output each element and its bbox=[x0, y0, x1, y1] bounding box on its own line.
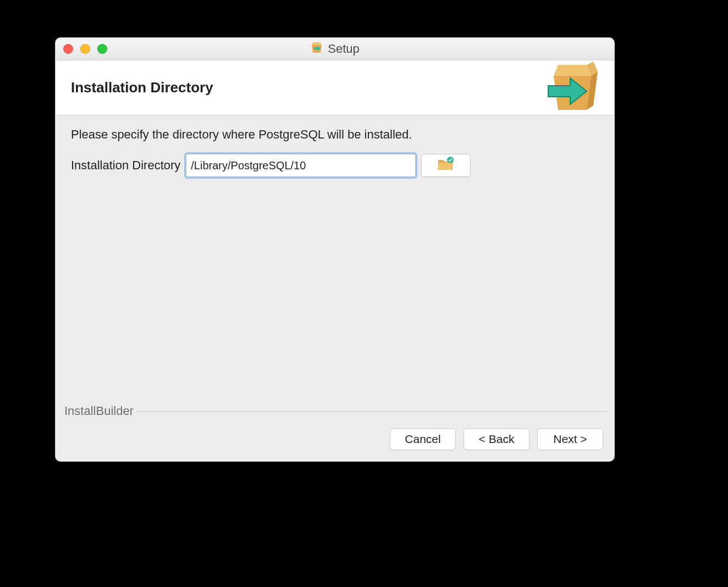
setup-window: Setup Installation Directory Please spec… bbox=[55, 37, 615, 462]
box-arrow-large-icon bbox=[544, 60, 599, 115]
back-button[interactable]: < Back bbox=[464, 428, 530, 450]
zoom-window-button[interactable] bbox=[97, 44, 107, 54]
minimize-window-button[interactable] bbox=[80, 44, 90, 54]
cancel-button[interactable]: Cancel bbox=[390, 428, 456, 450]
footer-divider bbox=[62, 411, 608, 412]
button-row: Cancel < Back Next > bbox=[390, 428, 603, 450]
directory-label: Installation Directory bbox=[71, 158, 180, 173]
folder-open-icon bbox=[437, 157, 455, 174]
svg-marker-4 bbox=[554, 65, 591, 76]
next-button[interactable]: Next > bbox=[537, 428, 603, 450]
header-band: Installation Directory bbox=[56, 60, 614, 115]
directory-row: Installation Directory bbox=[71, 154, 599, 177]
title-group: Setup bbox=[310, 41, 360, 57]
close-window-button[interactable] bbox=[63, 44, 73, 54]
window-controls bbox=[63, 44, 107, 54]
browse-button[interactable] bbox=[421, 154, 471, 177]
window-title: Setup bbox=[328, 42, 360, 56]
instruction-text: Please specify the directory where Postg… bbox=[71, 128, 599, 142]
framework-label: InstallBuilder bbox=[61, 404, 137, 418]
content-area: Please specify the directory where Postg… bbox=[56, 115, 614, 177]
page-title: Installation Directory bbox=[71, 79, 213, 96]
directory-input[interactable] bbox=[186, 154, 416, 177]
box-arrow-icon bbox=[310, 41, 323, 57]
svg-marker-1 bbox=[312, 42, 322, 45]
titlebar: Setup bbox=[56, 38, 614, 60]
